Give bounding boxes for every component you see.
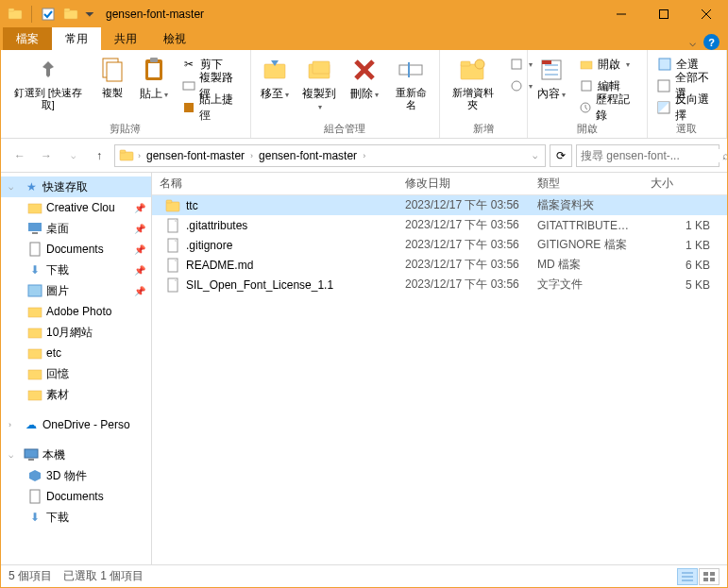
sidebar-onedrive[interactable]: › ☁ OneDrive - Perso: [1, 414, 151, 435]
sidebar-item[interactable]: Documents 📌: [1, 239, 151, 260]
breadcrumb-drop-icon[interactable]: ⌵: [527, 151, 543, 160]
qat-folder-icon[interactable]: [5, 4, 25, 25]
col-date[interactable]: 修改日期: [398, 176, 530, 192]
sidebar-item-label: 下載: [46, 262, 69, 278]
file-row[interactable]: .gitattributes 2023/12/17 下午 03:56 GITAT…: [152, 215, 727, 235]
paste-button[interactable]: 貼上▾: [134, 52, 174, 103]
svg-rect-35: [120, 152, 133, 160]
sidebar-item[interactable]: ⬇ 下載 📌: [1, 260, 151, 280]
open-button[interactable]: 開啟▾: [575, 54, 641, 75]
copy-button[interactable]: 複製: [93, 52, 132, 102]
svg-rect-15: [184, 103, 194, 112]
tab-file[interactable]: 檔案: [3, 27, 52, 50]
pin-button[interactable]: 釘選到 [快速存取]: [5, 52, 91, 114]
help-icon[interactable]: ?: [703, 34, 720, 50]
svg-rect-12: [148, 63, 160, 77]
col-type[interactable]: 類型: [530, 176, 643, 192]
search-input[interactable]: [581, 149, 722, 162]
navigation-pane[interactable]: ⌵ ★ 快速存取 Creative Clou 📌 桌面 📌 Documents …: [1, 173, 152, 564]
newitem-icon: [510, 57, 523, 72]
svg-rect-10: [107, 62, 122, 81]
sidebar-quick-access[interactable]: ⌵ ★ 快速存取: [1, 176, 151, 197]
file-name: README.md: [186, 259, 253, 272]
qat-dropdown-icon[interactable]: ⏷: [83, 4, 96, 25]
breadcrumb[interactable]: › gensen-font-master › gensen-font-maste…: [114, 144, 546, 167]
file-icon: [165, 238, 180, 253]
sidebar-item[interactable]: etc: [1, 343, 151, 363]
sidebar-item[interactable]: 桌面 📌: [1, 218, 151, 239]
sidebar-item[interactable]: 回憶: [1, 363, 151, 384]
copyto-icon: [304, 55, 334, 85]
rename-icon: [396, 55, 426, 85]
close-button[interactable]: [685, 1, 727, 27]
search-icon[interactable]: ⌕: [722, 149, 728, 162]
pin-icon: [33, 55, 63, 85]
sidebar-item[interactable]: Documents: [1, 486, 151, 507]
easyaccess-icon: [510, 78, 523, 93]
ribbon-collapse-icon[interactable]: ⌵: [689, 36, 696, 49]
qat-folder2-icon[interactable]: [60, 4, 81, 25]
tab-share[interactable]: 共用: [101, 27, 150, 50]
svg-rect-47: [25, 449, 38, 458]
up-button[interactable]: ↑: [88, 144, 110, 167]
onedrive-icon: ☁: [24, 417, 39, 432]
rename-button[interactable]: 重新命名: [386, 52, 435, 114]
file-list[interactable]: ttc 2023/12/17 下午 03:56 檔案資料夾 .gitattrib…: [152, 195, 727, 564]
sidebar-item[interactable]: Creative Clou 📌: [1, 197, 151, 218]
moveto-button[interactable]: 移至▾: [255, 52, 295, 103]
pasteshortcut-button[interactable]: 貼上捷徑: [178, 97, 244, 118]
newfolder-button[interactable]: 新增資料夾: [444, 52, 502, 114]
file-name: ttc: [186, 199, 198, 212]
newitem-button[interactable]: ▾: [506, 54, 521, 75]
delete-icon: [349, 55, 380, 85]
sidebar-item-label: Documents: [46, 490, 104, 503]
svg-rect-13: [150, 58, 158, 62]
sidebar-thispc[interactable]: ⌵ 本機: [1, 445, 151, 465]
file-row[interactable]: .gitignore 2023/12/17 下午 03:56 GITIGNORE…: [152, 235, 727, 255]
sidebar-item[interactable]: ⬇ 下載: [1, 507, 151, 528]
svg-rect-0: [8, 10, 22, 19]
breadcrumb-item[interactable]: gensen-font-master: [143, 145, 248, 166]
breadcrumb-item[interactable]: gensen-font-master: [255, 145, 361, 166]
col-size[interactable]: 大小: [643, 176, 727, 192]
svg-point-27: [512, 81, 521, 91]
tab-view[interactable]: 檢視: [150, 27, 199, 50]
file-type: GITIGNORE 檔案: [530, 237, 643, 253]
easyaccess-button[interactable]: ▾: [506, 76, 521, 96]
sidebar-item-label: 回憶: [46, 366, 69, 382]
file-row[interactable]: ttc 2023/12/17 下午 03:56 檔案資料夾: [152, 195, 727, 215]
sidebar-item-icon: [27, 283, 42, 298]
delete-button[interactable]: 刪除▾: [345, 52, 384, 103]
view-thumbnails-button[interactable]: [699, 568, 720, 585]
col-name[interactable]: 名稱: [152, 176, 398, 192]
sidebar-item-icon: [27, 221, 42, 236]
minimize-button[interactable]: [600, 1, 642, 27]
sidebar-item[interactable]: 3D 物件: [1, 465, 151, 486]
column-headers[interactable]: 名稱 修改日期 類型 大小: [152, 173, 727, 195]
search-box[interactable]: ⌕: [576, 144, 720, 167]
properties-button[interactable]: 內容▾: [532, 52, 571, 103]
sidebar-item[interactable]: 圖片 📌: [1, 280, 151, 301]
maximize-button[interactable]: [642, 1, 685, 27]
copyto-button[interactable]: 複製到▾: [296, 52, 344, 116]
svg-rect-37: [28, 204, 42, 213]
file-row[interactable]: README.md 2023/12/17 下午 03:56 MD 檔案 6 KB: [152, 255, 727, 275]
view-details-button[interactable]: [677, 568, 698, 585]
group-new-label: 新增: [444, 120, 523, 138]
refresh-button[interactable]: ⟳: [550, 144, 572, 167]
qat-check-icon[interactable]: [38, 4, 59, 25]
history-button[interactable]: 歷程記錄: [575, 97, 641, 118]
file-row[interactable]: SIL_Open_Font_License_1.1 2023/12/17 下午 …: [152, 275, 727, 294]
sidebar-item[interactable]: 10月網站: [1, 322, 151, 343]
sidebar-item-icon: [27, 200, 42, 215]
open-icon: [579, 57, 594, 72]
breadcrumb-folder-icon[interactable]: [117, 146, 136, 165]
recent-dropdown[interactable]: ⌵: [61, 144, 84, 167]
sidebar-item[interactable]: 素材: [1, 384, 151, 405]
back-button[interactable]: ←: [8, 144, 31, 167]
forward-button[interactable]: →: [35, 144, 58, 167]
tab-home[interactable]: 常用: [52, 27, 101, 50]
svg-rect-44: [28, 349, 42, 359]
invert-button[interactable]: 反向選擇: [653, 97, 720, 118]
sidebar-item[interactable]: Adobe Photo: [1, 301, 151, 322]
